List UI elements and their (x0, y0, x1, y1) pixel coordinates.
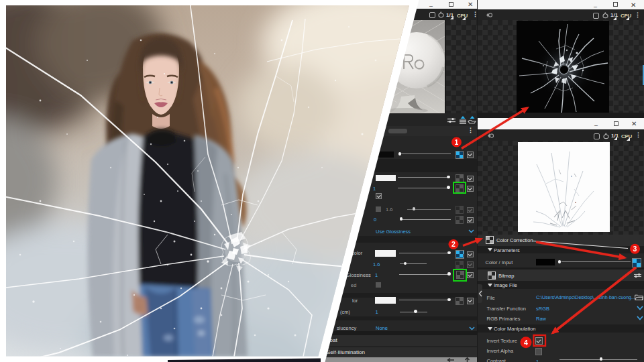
svg-text:4: 4 (524, 339, 528, 347)
svg-text:3: 3 (633, 245, 637, 253)
svg-text:1: 1 (455, 138, 459, 146)
svg-text:2: 2 (451, 240, 455, 248)
